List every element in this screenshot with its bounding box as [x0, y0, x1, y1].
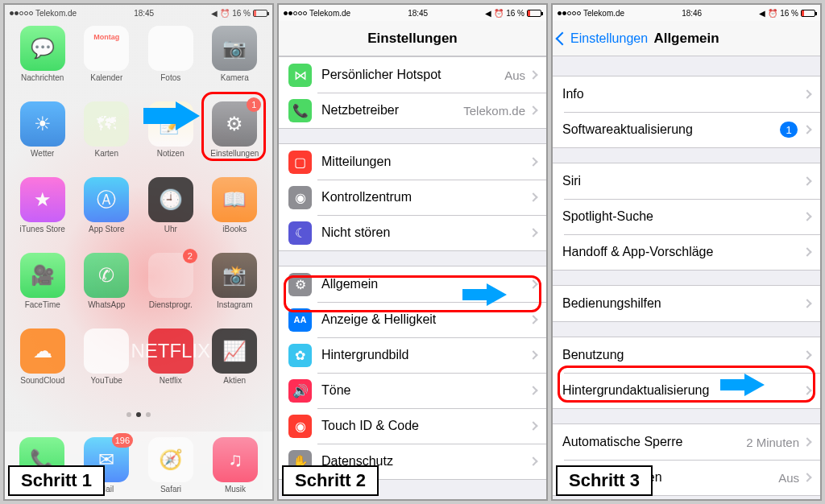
row-auto-lock[interactable]: Automatische Sperre2 Minuten [553, 424, 820, 460]
music-icon: ♫ [213, 437, 258, 482]
chevron-icon [802, 437, 811, 446]
maps-icon: 🗺 [84, 101, 129, 147]
app-weather[interactable]: ☀Wetter [13, 101, 73, 176]
chevron-icon [529, 192, 537, 201]
camera-icon: 📷 [212, 26, 257, 71]
settings-list[interactable]: ⋈Persönlicher HotspotAus 📞NetzbetreiberT… [279, 56, 546, 499]
chevron-icon [529, 386, 537, 395]
instagram-icon: 📸 [212, 253, 257, 298]
status-bar: Telekom.de 18:45 ◀⏰16 % [279, 5, 546, 21]
page-indicator[interactable] [5, 412, 272, 417]
alarm-icon: ⏰ [220, 9, 230, 18]
photos-icon: ✿ [148, 26, 193, 71]
row-touchid[interactable]: ◉Touch ID & Code [279, 408, 546, 444]
app-maps[interactable]: 🗺Karten [77, 101, 137, 176]
sounds-icon: 🔊 [288, 379, 312, 403]
app-instagram[interactable]: 📸Instagram [205, 253, 265, 327]
wallpaper-icon: ✿ [288, 344, 312, 367]
row-background-refresh[interactable]: Hintergrundaktualisierung [553, 373, 820, 408]
row-carrier[interactable]: 📞NetzbetreiberTelekom.de [279, 93, 546, 128]
chevron-icon [802, 212, 811, 221]
notes-icon: 📝 [148, 101, 193, 147]
location-icon: ◀ [211, 9, 218, 18]
general-icon: ⚙ [288, 273, 312, 296]
row-general[interactable]: ⚙Allgemein [279, 266, 546, 302]
signal-icon [558, 11, 581, 15]
nav-bar: Einstellungen Allgemein [553, 21, 820, 56]
netflix-icon: NETFLIX [148, 328, 193, 374]
row-spotlight[interactable]: Spotlight-Suche [553, 199, 820, 234]
stocks-icon: 📈 [212, 328, 257, 374]
status-bar: Telekom.de 18:45 ◀ ⏰ 16 % [5, 5, 272, 21]
battery-percent: 16 % [232, 9, 251, 18]
app-utilities-folder[interactable]: 2Dienstprogr. [141, 253, 201, 327]
row-accessibility[interactable]: Bedienungshilfen [553, 286, 820, 321]
carrier-icon: 📞 [288, 99, 312, 122]
general-list[interactable]: Info Softwareaktualisierung1 Siri Spotli… [553, 56, 820, 499]
app-soundcloud[interactable]: ☁SoundCloud [13, 328, 73, 403]
row-usage[interactable]: Benutzung [553, 337, 820, 373]
app-stocks[interactable]: 📈Aktien [205, 328, 265, 403]
alarm-icon: ⏰ [768, 9, 777, 18]
step-label: Schritt 3 [556, 465, 653, 496]
app-photos[interactable]: ✿Fotos [141, 26, 201, 100]
step-label: Schritt 1 [8, 465, 105, 496]
row-notifications[interactable]: ▢Mitteilungen [279, 144, 546, 180]
panel-step3: Telekom.de 18:46 ◀⏰16 % Einstellungen Al… [551, 3, 822, 501]
row-control-center[interactable]: ◉Kontrollzentrum [279, 180, 546, 215]
app-itunes[interactable]: ★iTunes Store [13, 177, 73, 251]
row-personal-hotspot[interactable]: ⋈Persönlicher HotspotAus [279, 57, 546, 93]
status-time: 18:45 [134, 9, 154, 18]
weather-icon: ☀ [20, 101, 65, 147]
chevron-icon [529, 456, 537, 465]
status-time: 18:45 [408, 9, 428, 18]
app-camera[interactable]: 📷Kamera [205, 26, 265, 100]
calendar-icon: Montag18 [84, 26, 129, 71]
back-button[interactable]: Einstellungen [558, 21, 648, 56]
whatsapp-icon: ✆ [84, 253, 129, 298]
chevron-icon [802, 386, 811, 395]
row-do-not-disturb[interactable]: ☾Nicht stören [279, 215, 546, 250]
chevron-icon [802, 125, 811, 134]
settings-icon: ⚙1 [212, 101, 257, 147]
signal-icon [10, 11, 33, 15]
row-wallpaper[interactable]: ✿Hintergrundbild [279, 337, 546, 373]
ibooks-icon: 📖 [212, 177, 257, 222]
signal-icon [284, 11, 307, 15]
app-facetime[interactable]: 🎥FaceTime [13, 253, 73, 327]
alarm-icon: ⏰ [494, 9, 504, 18]
row-about[interactable]: Info [553, 76, 820, 112]
app-clock[interactable]: 🕘Uhr [141, 177, 201, 251]
chevron-icon [802, 350, 811, 359]
app-music[interactable]: ♫Musik [213, 437, 258, 494]
row-software-update[interactable]: Softwareaktualisierung1 [553, 112, 820, 147]
row-handoff[interactable]: Handoff & App-Vorschläge [553, 234, 820, 270]
row-display-brightness[interactable]: AAAnzeige & Helligkeit [279, 302, 546, 337]
app-whatsapp[interactable]: ✆WhatsApp [77, 253, 137, 327]
row-sounds[interactable]: 🔊Töne [279, 373, 546, 408]
app-messages[interactable]: 💬Nachrichten [13, 26, 73, 100]
dnd-icon: ☾ [288, 221, 312, 245]
appstore-icon: Ⓐ [84, 177, 129, 222]
app-appstore[interactable]: ⒶApp Store [77, 177, 137, 251]
chevron-icon [529, 421, 537, 430]
battery-icon [253, 10, 267, 17]
chevron-icon [529, 105, 537, 114]
battery-percent: 16 % [506, 9, 524, 18]
app-youtube[interactable]: ▶YouTube [77, 328, 137, 403]
safari-icon: 🧭 [148, 437, 193, 482]
battery-icon [527, 10, 541, 17]
app-settings[interactable]: ⚙1 Einstellungen [205, 101, 265, 176]
status-bar: Telekom.de 18:46 ◀⏰16 % [553, 5, 820, 21]
row-siri[interactable]: Siri [553, 163, 820, 199]
app-calendar[interactable]: Montag18Kalender [77, 26, 137, 100]
app-safari[interactable]: 🧭Safari [148, 437, 193, 494]
messages-icon: 💬 [20, 26, 65, 71]
panel-step2: Telekom.de 18:45 ◀⏰16 % Einstellungen ⋈P… [277, 3, 548, 501]
chevron-icon [529, 279, 537, 288]
app-notes[interactable]: 📝Notizen [141, 101, 201, 176]
app-netflix[interactable]: NETFLIXNetflix [141, 328, 201, 403]
app-ibooks[interactable]: 📖iBooks [205, 177, 265, 251]
status-time: 18:46 [682, 9, 702, 18]
chevron-icon [529, 350, 537, 359]
